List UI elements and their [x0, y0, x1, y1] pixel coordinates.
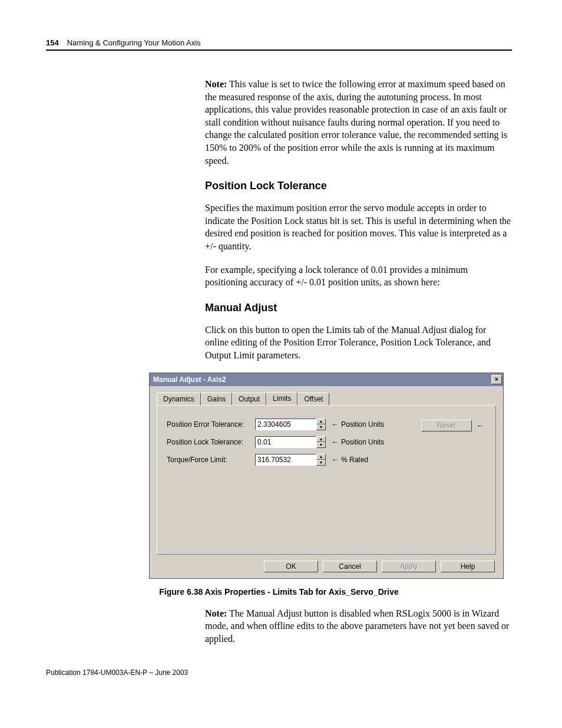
note-paragraph-1: Note: This value is set to twice the fol… [205, 78, 512, 167]
header-rule [46, 50, 512, 51]
manual-adjust-dialog: Manual Adjust - Axis2 × Dynamics Gains O… [149, 373, 504, 579]
heading-manual-adjust: Manual Adjust [205, 302, 512, 314]
figure-caption: Figure 6.38 Axis Properties - Limits Tab… [46, 587, 512, 597]
position-lock-tolerance-input[interactable] [255, 436, 316, 448]
note-text-1: This value is set to twice the following… [205, 79, 507, 166]
tab-offset[interactable]: Offset [297, 393, 329, 406]
section-title: Naming & Configuring Your Motion Axis [67, 38, 201, 47]
close-icon[interactable]: × [491, 375, 502, 384]
spinner-down-icon[interactable]: ▼ [316, 442, 326, 448]
unit-position-error-tolerance: Position Units [341, 420, 384, 429]
cancel-button[interactable]: Cancel [323, 561, 377, 572]
label-position-error-tolerance: Position Error Tolerance: [167, 420, 255, 429]
paragraph-manual-adjust: Click on this button to open the Limits … [205, 324, 512, 362]
dialog-titlebar[interactable]: Manual Adjust - Axis2 × [150, 373, 503, 386]
note-text-2: The Manual Adjust button is disabled whe… [205, 608, 509, 644]
publication-footer: Publication 1784-UM003A-EN-P – June 2003 [46, 668, 512, 677]
spinner-up-icon[interactable]: ▲ [316, 436, 326, 442]
unit-position-lock-tolerance: Position Units [341, 438, 384, 446]
tab-limits[interactable]: Limits [266, 392, 297, 405]
page-number: 154 [46, 38, 59, 47]
spinner-down-icon[interactable]: ▼ [316, 424, 326, 430]
help-button[interactable]: Help [441, 561, 495, 572]
label-position-lock-tolerance: Position Lock Tolerance: [167, 438, 255, 446]
spinner-up-icon[interactable]: ▲ [316, 419, 326, 424]
dialog-title: Manual Adjust - Axis2 [153, 375, 226, 384]
tab-dynamics[interactable]: Dynamics [157, 393, 201, 406]
tab-strip: Dynamics Gains Output Limits Offset [157, 392, 503, 405]
note-paragraph-2: Note: The Manual Adjust button is disabl… [205, 607, 512, 645]
spinner-down-icon[interactable]: ▼ [316, 460, 326, 466]
ok-button[interactable]: OK [264, 561, 318, 572]
unit-torque-force-limit: % Rated [341, 456, 368, 464]
tab-output[interactable]: Output [232, 393, 266, 406]
label-torque-force-limit: Torque/Force Limit: [167, 456, 255, 464]
position-error-tolerance-input[interactable] [255, 419, 316, 430]
paragraph-position-lock-2: For example, specifying a lock tolerance… [205, 263, 512, 289]
paragraph-position-lock-1: Specifies the maximum position error the… [205, 202, 512, 252]
reset-button[interactable]: Reset [421, 420, 472, 431]
torque-force-limit-input[interactable] [255, 454, 316, 466]
arrow-left-icon: ← [332, 420, 339, 429]
arrow-left-icon: ← [477, 421, 484, 430]
spinner-up-icon[interactable]: ▲ [316, 454, 326, 460]
arrow-left-icon: ← [332, 456, 339, 464]
heading-position-lock-tolerance: Position Lock Tolerance [205, 180, 512, 192]
limits-tab-panel: Reset ← Position Error Tolerance: ▲ ▼ ← [157, 405, 496, 555]
arrow-left-icon: ← [332, 438, 339, 446]
apply-button[interactable]: Apply [382, 561, 436, 572]
tab-gains[interactable]: Gains [201, 393, 232, 406]
